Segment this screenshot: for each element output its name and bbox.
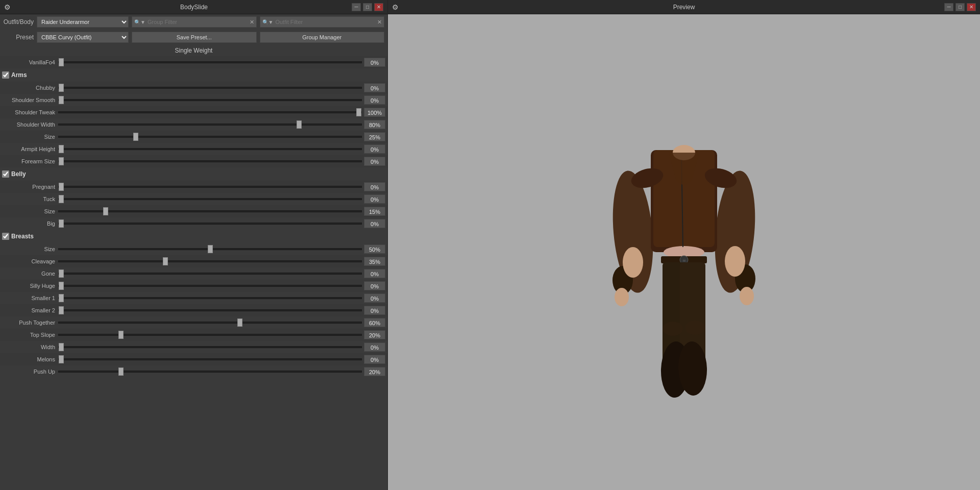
right-close-button[interactable]: ✕	[967, 3, 976, 11]
group-checkbox-breasts[interactable]	[2, 233, 9, 240]
group-manager-button[interactable]: Group Manager	[260, 32, 385, 43]
slider-value-silly-huge: 0%	[364, 281, 385, 290]
group-filter-input[interactable]	[148, 19, 248, 25]
slider-row-push-together: Push Together 60%	[0, 316, 387, 329]
toolbar-row-1: Outfit/Body Raider Underarmor 🔍▼ ✕ 🔍▼ ✕	[0, 14, 387, 30]
slider-input-size-arms[interactable]	[58, 136, 362, 138]
slider-input-melons[interactable]	[58, 358, 362, 360]
slider-label-smaller1: Smaller 1	[2, 295, 58, 301]
right-app-icon: ⚙	[392, 3, 400, 11]
slider-label-size-belly: Size	[2, 208, 58, 214]
slider-value-forearm-size: 0%	[364, 157, 385, 166]
slider-input-pregnant[interactable]	[58, 186, 362, 188]
slider-value-gone: 0%	[364, 269, 385, 278]
slider-value-chubby: 0%	[364, 83, 385, 92]
slider-row-pregnant: Pregnant 0%	[0, 181, 387, 193]
slider-value-width-breasts: 0%	[364, 342, 385, 352]
svg-point-16	[740, 287, 754, 305]
slider-label-push-up: Push Up	[2, 369, 58, 375]
right-minimize-button[interactable]: ─	[944, 3, 953, 11]
slider-value-top-slope: 20%	[364, 330, 385, 339]
slider-value-shoulder-width: 80%	[364, 120, 385, 129]
window-controls: ─ □ ✕	[352, 3, 383, 11]
right-window-controls: ─ □ ✕	[944, 3, 976, 11]
slider-input-push-together[interactable]	[58, 322, 362, 324]
model-svg: ☠	[592, 48, 776, 456]
slider-row-gone: Gone 0%	[0, 267, 387, 280]
left-title: BodySlide	[0, 4, 388, 11]
slider-label-size-arms: Size	[2, 134, 58, 140]
slider-input-width-breasts[interactable]	[58, 346, 362, 348]
preset-label: Preset	[3, 34, 34, 41]
slider-input-chubby[interactable]	[58, 87, 362, 89]
outfit-filter-clear[interactable]: ✕	[375, 19, 384, 26]
slider-input-smaller1[interactable]	[58, 297, 362, 299]
slider-value-smaller1: 0%	[364, 293, 385, 303]
group-header-belly: Belly	[0, 167, 387, 181]
slider-value-push-up: 20%	[364, 367, 385, 376]
right-title-bar: ⚙ Preview ─ □ ✕	[388, 0, 980, 14]
app-icon: ⚙	[4, 3, 12, 11]
group-title-arms: Arms	[11, 71, 27, 79]
slider-value-armpit-height: 0%	[364, 144, 385, 154]
slider-input-forearm-size[interactable]	[58, 160, 362, 162]
slider-row-size-belly: Size 15%	[0, 205, 387, 217]
slider-row-smaller2: Smaller 2 0%	[0, 304, 387, 316]
slider-label-melons: Melons	[2, 356, 58, 362]
slider-label-chubby: Chubby	[2, 85, 58, 91]
preset-select[interactable]: CBBE Curvy (Outfit)	[37, 32, 129, 43]
slider-row-shoulder-width: Shoulder Width 80%	[0, 118, 387, 131]
slider-row-big: Big 0%	[0, 217, 387, 230]
slider-value-pregnant: 0%	[364, 182, 385, 191]
slider-input-armpit-height[interactable]	[58, 148, 362, 150]
svg-text:☠: ☠	[682, 258, 686, 263]
minimize-button[interactable]: ─	[352, 3, 361, 11]
slider-value-tuck: 0%	[364, 194, 385, 204]
slider-value-vanillafo4: 0%	[364, 58, 385, 67]
slider-label-shoulder-smooth: Shoulder Smooth	[2, 97, 58, 103]
maximize-button[interactable]: □	[363, 3, 372, 11]
slider-input-gone[interactable]	[58, 273, 362, 275]
slider-input-cleavage[interactable]	[58, 260, 362, 262]
slider-input-shoulder-smooth[interactable]	[58, 99, 362, 101]
slider-input-silly-huge[interactable]	[58, 285, 362, 287]
slider-input-vanillafo4[interactable]	[58, 61, 362, 63]
group-checkbox-belly[interactable]	[2, 170, 9, 178]
right-maximize-button[interactable]: □	[955, 3, 965, 11]
slider-input-size-belly[interactable]	[58, 210, 362, 212]
slider-input-tuck[interactable]	[58, 198, 362, 200]
slider-label-silly-huge: Silly Huge	[2, 283, 58, 289]
outfit-filter-box[interactable]: 🔍▼ ✕	[260, 16, 385, 28]
save-preset-button[interactable]: Save Preset...	[132, 32, 257, 43]
slider-input-push-up[interactable]	[58, 371, 362, 373]
slider-label-smaller2: Smaller 2	[2, 307, 58, 313]
slider-label-tuck: Tuck	[2, 196, 58, 202]
slider-input-size-breasts[interactable]	[58, 248, 362, 250]
slider-row-silly-huge: Silly Huge 0%	[0, 280, 387, 292]
slider-row-push-up: Push Up 20%	[0, 365, 387, 378]
slider-input-smaller2[interactable]	[58, 309, 362, 311]
slider-value-shoulder-smooth: 0%	[364, 95, 385, 105]
slider-value-size-belly: 15%	[364, 207, 385, 216]
slider-input-shoulder-width[interactable]	[58, 124, 362, 126]
outfit-body-select[interactable]: Raider Underarmor	[37, 16, 129, 28]
close-button[interactable]: ✕	[374, 3, 383, 11]
slider-row-cleavage: Cleavage 35%	[0, 255, 387, 267]
slider-track-vanillafo4	[58, 58, 362, 66]
slider-input-top-slope[interactable]	[58, 334, 362, 336]
slider-value-big: 0%	[364, 219, 385, 228]
group-filter-box[interactable]: 🔍▼ ✕	[132, 16, 257, 28]
slider-label-pregnant: Pregnant	[2, 184, 58, 190]
slider-input-shoulder-tweak[interactable]	[58, 111, 362, 113]
group-filter-clear[interactable]: ✕	[248, 19, 256, 26]
group-checkbox-arms[interactable]	[2, 71, 9, 79]
outfit-filter-icon: 🔍▼	[260, 19, 276, 25]
slider-label-cleavage: Cleavage	[2, 258, 58, 264]
slider-input-big[interactable]	[58, 223, 362, 225]
slider-label-size-breasts: Size	[2, 246, 58, 252]
outfit-filter-input[interactable]	[275, 19, 375, 25]
slider-row-melons: Melons 0%	[0, 353, 387, 365]
toolbar-row-2: Preset CBBE Curvy (Outfit) Save Preset..…	[0, 30, 387, 45]
slider-row-shoulder-tweak: Shoulder Tweak 100%	[0, 106, 387, 118]
slider-label-push-together: Push Together	[2, 320, 58, 326]
